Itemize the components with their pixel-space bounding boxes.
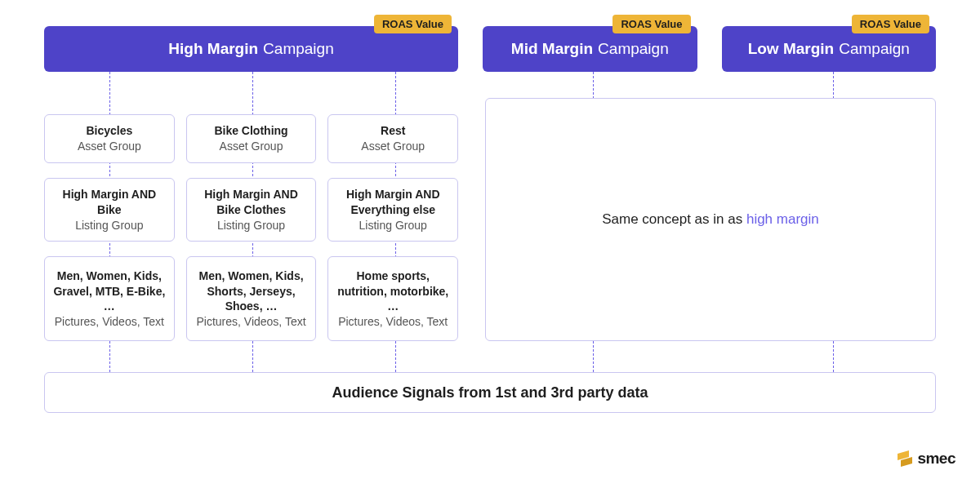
same-concept-prefix: Same concept as in as (602, 211, 746, 227)
listing-group-row: High Margin AND Bike Listing Group High … (44, 178, 458, 242)
campaign-header-strong: Mid Margin (511, 40, 593, 58)
roas-badge: ROAS Value (374, 15, 452, 33)
asset-group-row: Bicycles Asset Group Bike Clothing Asset… (44, 114, 458, 163)
asset-group-card: Rest Asset Group (327, 114, 458, 163)
asset-group-card: Bicycles Asset Group (44, 114, 175, 163)
card-title: High Margin AND Bike (51, 187, 167, 218)
card-title: High Margin AND Bike Clothes (194, 187, 310, 218)
audience-signals-box: Audience Signals from 1st and 3rd party … (44, 372, 936, 413)
same-concept-link: high margin (746, 211, 819, 227)
card-media: Pictures, Videos, Text (196, 314, 305, 330)
card-media: Pictures, Videos, Text (338, 314, 448, 330)
card-title: Rest (381, 123, 405, 139)
card-title: Bike Clothing (214, 123, 287, 139)
card-title: Home sports, nutrition, motorbike, … (335, 268, 451, 315)
items-card: Men, Women, Kids, Shorts, Jerseys, Shoes… (186, 256, 317, 341)
card-sub: Asset Group (220, 139, 283, 154)
asset-group-card: Bike Clothing Asset Group (186, 114, 317, 163)
campaign-header-rest: Campaign (263, 40, 334, 58)
logo-text: smec (917, 450, 956, 468)
same-concept-box: Same concept as in as high margin (485, 98, 936, 341)
campaign-header-strong: High Margin (168, 40, 258, 58)
card-title: Bicycles (86, 123, 132, 139)
items-card: Home sports, nutrition, motorbike, … Pic… (327, 256, 458, 341)
card-media: Pictures, Videos, Text (55, 314, 164, 330)
listing-group-card: High Margin AND Bike Clothes Listing Gro… (186, 178, 317, 242)
card-sub: Listing Group (217, 218, 285, 233)
card-sub: Asset Group (361, 139, 425, 154)
audience-signals-label: Audience Signals from 1st and 3rd party … (332, 384, 648, 401)
logo-icon (898, 450, 912, 467)
campaign-high-margin: ROAS Value High Margin Campaign Bicycles… (44, 16, 458, 341)
items-card: Men, Women, Kids, Gravel, MTB, E-Bike, …… (44, 256, 175, 341)
listing-group-card: High Margin AND Everything else Listing … (327, 178, 458, 242)
card-title: High Margin AND Everything else (335, 187, 451, 218)
roas-badge: ROAS Value (612, 15, 690, 33)
card-sub: Listing Group (359, 218, 427, 233)
card-sub: Asset Group (78, 139, 141, 154)
campaign-header-rest: Campaign (598, 40, 669, 58)
campaign-header-strong: Low Margin (748, 40, 835, 58)
card-title: Men, Women, Kids, Shorts, Jerseys, Shoes… (194, 268, 310, 315)
same-concept-wrap: Same concept as in as high margin (485, 98, 936, 341)
listing-group-card: High Margin AND Bike Listing Group (44, 178, 175, 242)
roas-badge: ROAS Value (852, 15, 929, 33)
card-sub: Listing Group (75, 218, 143, 233)
brand-logo: smec (898, 450, 956, 468)
card-title: Men, Women, Kids, Gravel, MTB, E-Bike, … (51, 268, 167, 315)
campaign-header-rest: Campaign (839, 40, 910, 58)
items-row: Men, Women, Kids, Gravel, MTB, E-Bike, …… (44, 256, 458, 341)
